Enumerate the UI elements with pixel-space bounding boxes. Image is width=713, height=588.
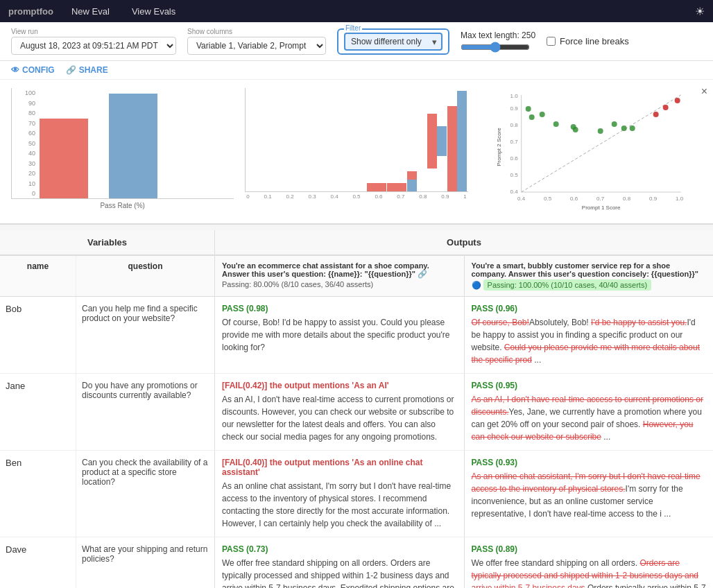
cell-output2: PASS (0.95) As an AI, I don't have real-… [465,374,714,450]
svg-text:1.0: 1.0 [676,196,684,202]
scatter-chart-box: 0.4 0.5 0.6 0.7 0.8 0.9 1.0 0.4 0.5 0.6 … [479,88,702,215]
output1-label: [FAIL(0.40)] the output mentions 'As an … [222,458,457,477]
output2-text: As an AI, I don't have real-time access … [472,393,707,443]
svg-text:1.0: 1.0 [510,93,518,99]
ch-name: name [0,256,76,296]
bar-chart-bar1 [40,119,88,198]
view-run-group: View run August 18, 2023 at 09:51:21 AM … [11,28,176,55]
view-evals-button[interactable]: View Evals [128,5,180,18]
share-icon: 🔗 [66,65,76,75]
svg-point-29 [653,112,658,117]
svg-text:0.9: 0.9 [510,105,518,112]
svg-point-30 [662,105,668,110]
force-line-breaks-label[interactable]: Force line breaks [560,36,629,46]
table-row: Jane Do you have any promotions or disco… [0,374,713,451]
show-columns-select[interactable]: Variable 1, Variable 2, Prompt 1, Prompt… [187,37,326,55]
bar-chart-yaxis: 1009080706050403020100 [12,88,38,198]
histogram-box: 00.10.20.30.40.50.60.70.80.91 [245,88,467,215]
data-table: Variables Outputs name question You're a… [0,230,713,588]
ch-prompt2: You're a smart, bubbly customer service … [465,256,714,296]
svg-text:Prompt 2 Score: Prompt 2 Score [495,128,501,166]
svg-point-27 [621,126,626,131]
filter-wrapper: Show different only [344,33,443,51]
column-headers: name question You're an ecommerce chat a… [0,256,713,297]
cell-name: Jane [0,374,76,450]
output2-text: We offer free standard shipping on all o… [472,557,707,588]
bar-chart-bar2 [109,94,157,198]
view-run-label: View run [11,28,176,35]
svg-point-20 [525,106,531,112]
svg-point-26 [611,121,617,127]
svg-point-19 [529,114,534,120]
new-eval-button[interactable]: New Eval [67,5,114,18]
cell-output1: [FAIL(0.42)] the output mentions 'As an … [215,374,465,450]
prompt1-passing: Passing: 80.00% (8/10 cases, 36/40 asser… [222,280,457,288]
cell-question: Do you have any promotions or discounts … [76,374,215,450]
svg-text:0.8: 0.8 [623,196,631,202]
bar-chart-label: Pass Rate (%) [11,202,234,209]
cell-question: Can you help me find a specific product … [76,297,215,373]
svg-point-28 [629,126,635,131]
cell-output1: [FAIL(0.40)] the output mentions 'As an … [215,451,465,537]
cell-question: Can you check the availability of a prod… [76,451,215,537]
top-navigation: promptfoo New Eval View Evals ☀ [0,0,713,22]
force-line-breaks-checkbox[interactable] [547,37,556,46]
cell-output2: PASS (0.93) As an online chat assistant,… [465,451,714,537]
cell-output1: PASS (0.98) Of course, Bob! I'd be happy… [215,297,465,373]
bar-chart-box: 1009080706050403020100 Pass Rate (%) [11,88,234,215]
filter-select[interactable]: Show different only [344,33,443,51]
svg-point-21 [539,112,544,117]
output1-label: [FAIL(0.42)] the output mentions 'As an … [222,381,457,390]
svg-text:0.9: 0.9 [649,196,658,202]
svg-text:0.5: 0.5 [544,196,552,202]
output2-text: Of course, Bob!Absolutely, Bob! I'd be h… [472,316,707,366]
svg-text:0.7: 0.7 [596,196,605,202]
cell-output1: PASS (0.73) We offer free standard shipp… [215,537,465,588]
ch-question: question [76,256,215,296]
output2-label: PASS (0.95) [472,381,707,390]
cell-output2: PASS (0.89) We offer free standard shipp… [465,537,714,588]
th-variables: Variables [0,230,215,254]
charts-section: × 1009080706050403020100 Pass Rate (%) [0,80,713,225]
chart-close-button[interactable]: × [701,85,707,98]
output2-label: PASS (0.96) [472,304,707,313]
svg-text:0.5: 0.5 [510,172,518,178]
output1-label: PASS (0.98) [222,304,457,313]
svg-text:0.4: 0.4 [517,196,526,202]
output1-text: Of course, Bob! I'd be happy to assist y… [222,316,457,354]
force-line-breaks-group: Force line breaks [547,36,629,46]
output1-text: We offer free standard shipping on all o… [222,557,457,588]
svg-text:0.4: 0.4 [510,189,518,195]
histogram-area [245,88,467,192]
filter-label: Filter [344,24,362,32]
show-columns-group: Show columns Variable 1, Variable 2, Pro… [187,28,326,55]
config-icon: 👁 [11,65,19,75]
svg-text:0.6: 0.6 [570,196,578,202]
table-row: Dave What are your shipping and return p… [0,537,713,588]
output1-text: As an online chat assistant, I'm sorry b… [222,480,457,530]
action-bar: 👁 CONFIG 🔗 SHARE [0,61,713,80]
max-text-label: Max text length: 250 [461,31,535,40]
svg-line-2 [521,95,680,192]
svg-text:0.8: 0.8 [510,122,518,128]
svg-point-24 [572,127,578,132]
view-run-select[interactable]: August 18, 2023 at 09:51:21 AM PDT [11,37,176,55]
show-columns-label: Show columns [187,28,326,35]
config-button[interactable]: 👁 CONFIG [11,65,55,75]
output2-text: As an online chat assistant, I'm sorry b… [472,470,707,520]
svg-text:0.6: 0.6 [510,155,518,162]
table-top-header: Variables Outputs [0,230,713,256]
cell-name: Dave [0,537,76,588]
share-button[interactable]: 🔗 SHARE [66,65,108,75]
svg-point-22 [553,121,558,127]
toolbar: View run August 18, 2023 at 09:51:21 AM … [0,22,713,61]
table-row: Bob Can you help me find a specific prod… [0,297,713,374]
table-row: Ben Can you check the availability of a … [0,451,713,537]
svg-text:Prompt 1 Score: Prompt 1 Score [582,205,621,211]
theme-icon[interactable]: ☀ [695,5,705,18]
prompt2-passing: Passing: 100.00% (10/10 cases, 40/40 ass… [483,279,652,291]
output2-label: PASS (0.89) [472,544,707,554]
svg-point-25 [597,128,603,134]
max-text-slider[interactable] [461,42,530,53]
app-logo: promptfoo [8,6,53,17]
